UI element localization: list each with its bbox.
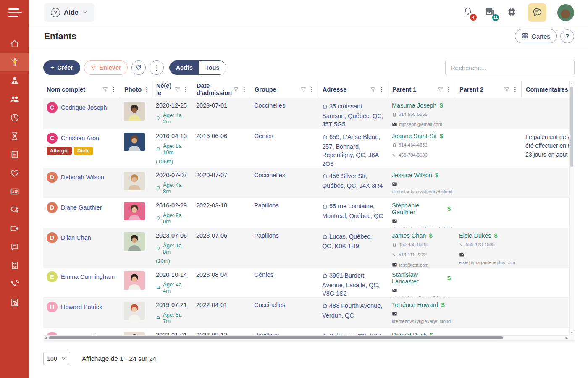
child-name-link[interactable]: Howard Patrick bbox=[61, 304, 102, 310]
filter-actifs-tab[interactable]: Actifs bbox=[170, 61, 199, 74]
sidebar-item-home[interactable] bbox=[0, 34, 29, 53]
billing-dollar-icon[interactable]: $ bbox=[430, 332, 433, 335]
billing-dollar-icon[interactable]: $ bbox=[494, 232, 498, 239]
child-photo[interactable] bbox=[124, 302, 145, 320]
child-name-link[interactable]: Emma Cunningham bbox=[61, 273, 115, 280]
sidebar-item-attendance[interactable] bbox=[0, 108, 29, 127]
group-link[interactable]: Coccinelles bbox=[254, 302, 285, 308]
parent-name-link[interactable]: Jessica Wilson bbox=[392, 172, 432, 178]
sidebar-item-calls[interactable] bbox=[0, 275, 29, 293]
group-link[interactable]: Coccinelles bbox=[254, 102, 285, 109]
table-row[interactable]: D Diane Gauthier 2016-02-29Âge: 9a 0m(10… bbox=[43, 198, 569, 228]
table-row[interactable]: H Howard Patrick 2019-07-21Âge: 5a 7m(67… bbox=[43, 297, 569, 328]
horizontal-scroll-thumb[interactable] bbox=[49, 336, 503, 339]
horizontal-scrollbar[interactable]: ◀ ▶ bbox=[43, 335, 569, 340]
column-menu-icon[interactable]: ⋮ bbox=[109, 86, 118, 93]
group-link[interactable]: Papillons bbox=[254, 202, 279, 209]
child-name-link[interactable]: Deborah Wilson bbox=[61, 174, 104, 181]
parent-name-link[interactable]: Elsie Dukes bbox=[459, 232, 491, 239]
column-menu-icon[interactable]: ⋮ bbox=[307, 86, 316, 93]
sidebar-item-waitlist[interactable] bbox=[0, 127, 29, 145]
sidebar-item-health[interactable] bbox=[0, 164, 29, 182]
child-name-link[interactable]: Cedrique Joseph bbox=[61, 104, 107, 111]
parent-name-link[interactable]: Stéphanie Gauthier bbox=[392, 202, 444, 215]
billing-dollar-icon[interactable]: $ bbox=[441, 302, 444, 308]
parent-name-link[interactable]: Terrénce Howard bbox=[392, 302, 438, 308]
column-menu-icon[interactable]: ⋮ bbox=[444, 86, 453, 93]
vertical-scrollbar[interactable]: ▲ ▼ bbox=[569, 81, 574, 335]
parent-name-link[interactable]: Donald Duck bbox=[392, 332, 427, 335]
child-photo[interactable] bbox=[124, 133, 145, 151]
scroll-left-icon[interactable]: ◀ bbox=[45, 336, 47, 340]
scroll-down-icon[interactable]: ▼ bbox=[570, 331, 574, 334]
help-menu-button[interactable]: ? Aide bbox=[44, 3, 94, 22]
group-link[interactable]: Génies bbox=[254, 271, 273, 278]
child-name-link[interactable]: Diane Gauthier bbox=[61, 204, 102, 211]
column-menu-icon[interactable]: ⋮ bbox=[377, 86, 386, 93]
billing-dollar-icon[interactable]: $ bbox=[440, 133, 443, 139]
user-avatar[interactable] bbox=[557, 4, 574, 21]
filter-funnel-icon[interactable] bbox=[233, 87, 239, 93]
news-button[interactable]: 11 bbox=[484, 6, 496, 19]
table-row[interactable]: C Cedrique Joseph 2020-12-25Âge: 4a 2m(5… bbox=[43, 98, 569, 129]
billing-dollar-icon[interactable]: $ bbox=[447, 205, 451, 212]
sidebar-item-organization[interactable] bbox=[0, 256, 29, 275]
scroll-right-icon[interactable]: ▶ bbox=[566, 336, 568, 340]
group-link[interactable]: Papillons bbox=[254, 332, 279, 335]
sidebar-item-messages[interactable] bbox=[0, 238, 29, 256]
group-link[interactable]: Coccinelles bbox=[254, 172, 285, 178]
parent-name-link[interactable]: James Chan bbox=[392, 232, 426, 239]
filter-funnel-icon[interactable] bbox=[437, 87, 444, 93]
filter-funnel-icon[interactable] bbox=[174, 87, 181, 93]
column-menu-icon[interactable]: ⋮ bbox=[511, 86, 520, 93]
child-photo[interactable] bbox=[124, 102, 145, 121]
group-link[interactable]: Génies bbox=[254, 133, 273, 139]
filter-funnel-icon[interactable] bbox=[102, 87, 108, 93]
cards-view-button[interactable]: Cartes bbox=[515, 29, 557, 43]
billing-dollar-icon[interactable]: $ bbox=[429, 232, 432, 239]
table-row[interactable]: C Christian Aron AllergieDiète 2016-04-1… bbox=[43, 129, 569, 168]
sidebar-item-billing[interactable] bbox=[0, 145, 29, 164]
child-photo[interactable] bbox=[124, 271, 145, 290]
sidebar-item-discussions[interactable] bbox=[0, 201, 29, 219]
table-row[interactable]: E Emma Cunningham 2020-10-14Âge: 4a 4m(5… bbox=[43, 267, 569, 297]
column-menu-icon[interactable]: ⋮ bbox=[240, 86, 249, 93]
sidebar-item-video[interactable] bbox=[0, 219, 29, 238]
scroll-up-icon[interactable]: ▲ bbox=[570, 82, 574, 85]
filter-funnel-icon[interactable] bbox=[370, 87, 376, 93]
filter-funnel-icon[interactable] bbox=[300, 87, 307, 93]
more-options-button[interactable]: ⋮ bbox=[150, 60, 164, 75]
parent-name-link[interactable]: Masuma Joseph bbox=[392, 102, 436, 109]
page-size-select[interactable]: 100 bbox=[43, 352, 70, 365]
table-row[interactable]: D Dilan Chan 2023-07-06Âge: 1a 8m(20m) 2… bbox=[43, 228, 569, 267]
sidebar-item-parents[interactable] bbox=[0, 90, 29, 108]
column-menu-icon[interactable]: ⋮ bbox=[181, 86, 190, 93]
billing-dollar-icon[interactable]: $ bbox=[447, 275, 451, 281]
vertical-scroll-thumb[interactable] bbox=[570, 87, 573, 167]
child-name-link[interactable]: Dilan Chan bbox=[61, 234, 91, 241]
table-row[interactable]: H Huey Donald 2023-01-01 2023-08-12 Papi… bbox=[43, 328, 569, 335]
group-link[interactable]: Papillons bbox=[254, 232, 279, 239]
remove-button[interactable]: Enlever bbox=[84, 60, 127, 75]
child-photo[interactable] bbox=[124, 232, 145, 251]
filter-tous-tab[interactable]: Tous bbox=[199, 61, 226, 74]
chat-button[interactable] bbox=[528, 3, 546, 22]
billing-dollar-icon[interactable]: $ bbox=[439, 102, 443, 109]
sidebar-item-reports[interactable] bbox=[0, 293, 29, 312]
filter-funnel-icon[interactable] bbox=[504, 87, 510, 93]
column-menu-icon[interactable]: ⋮ bbox=[142, 86, 151, 93]
child-photo[interactable] bbox=[124, 172, 145, 190]
hamburger-menu-icon[interactable] bbox=[0, 0, 29, 25]
page-help-button[interactable]: ? bbox=[560, 29, 574, 43]
notifications-button[interactable]: 4 bbox=[462, 6, 473, 18]
sidebar-item-children[interactable] bbox=[0, 53, 29, 71]
child-photo[interactable] bbox=[124, 202, 145, 220]
parent-name-link[interactable]: Jeanne Saint-Sir bbox=[392, 133, 437, 139]
child-photo[interactable] bbox=[124, 332, 145, 335]
create-button[interactable]: + Créer bbox=[43, 60, 80, 75]
support-button[interactable] bbox=[507, 7, 517, 18]
sidebar-item-staff[interactable] bbox=[0, 71, 29, 90]
table-row[interactable]: D Deborah Wilson 2020-07-07Âge: 4a 8m(56… bbox=[43, 168, 569, 198]
parent-name-link[interactable]: Stanislaw Lancaster bbox=[392, 271, 444, 285]
refresh-button[interactable] bbox=[131, 60, 146, 75]
